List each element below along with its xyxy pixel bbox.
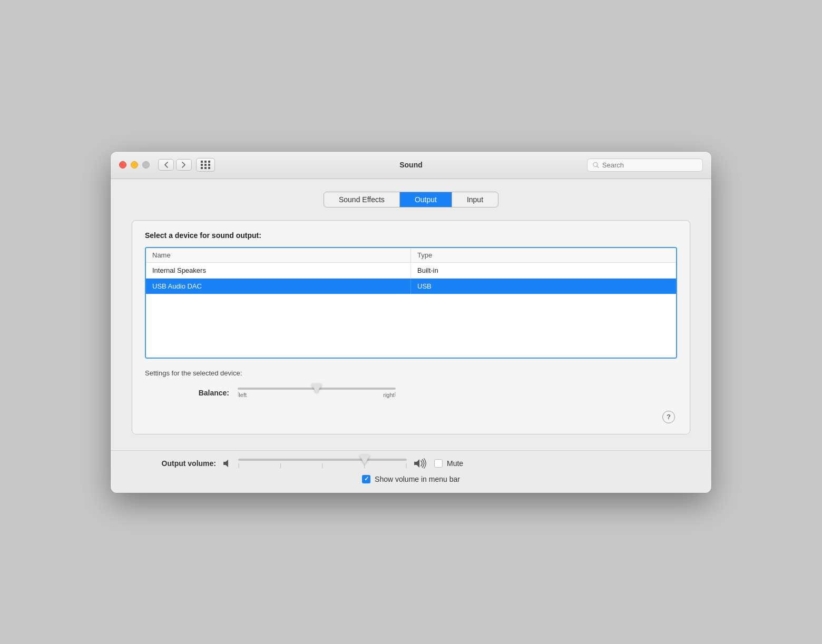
volume-row: Output volume: | | | | |: [132, 458, 690, 469]
titlebar: Sound: [111, 152, 711, 179]
table-row[interactable]: USB Audio DAC USB: [146, 279, 676, 294]
volume-tick-row: | | | | |: [238, 461, 407, 468]
balance-left-label: left: [239, 392, 247, 398]
volume-high-icon: [413, 458, 428, 469]
search-icon: [593, 162, 599, 169]
mute-label: Mute: [447, 459, 463, 468]
table-row[interactable]: Internal Speakers Built-in: [146, 263, 676, 279]
help-row: ?: [145, 411, 677, 423]
menubar-row: ✓ Show volume in menu bar: [132, 475, 690, 483]
volume-track[interactable]: [238, 459, 407, 461]
tabs: Sound Effects Output Input: [132, 192, 690, 207]
system-preferences-window: Sound Sound Effects Output Input Select …: [111, 152, 711, 493]
balance-thumb: [311, 384, 322, 393]
volume-low-icon: [222, 459, 232, 468]
minimize-button[interactable]: [131, 161, 138, 169]
table-empty-area: [146, 294, 676, 358]
balance-row: Balance: left right: [145, 388, 677, 398]
volume-tick: |: [406, 463, 407, 468]
device-name-usb-dac: USB Audio DAC: [146, 279, 411, 294]
traffic-lights: [119, 161, 150, 169]
table-header: Name Type: [146, 248, 676, 263]
output-panel: Select a device for sound output: Name T…: [132, 220, 690, 434]
settings-label: Settings for the selected device:: [145, 369, 677, 377]
tab-group: Sound Effects Output Input: [324, 192, 498, 207]
tab-input[interactable]: Input: [452, 192, 498, 207]
device-type-internal-speakers: Built-in: [411, 263, 676, 278]
help-button[interactable]: ?: [662, 411, 675, 423]
maximize-button[interactable]: [142, 161, 150, 169]
forward-button[interactable]: [176, 159, 192, 171]
svg-marker-1: [223, 460, 228, 467]
balance-slider[interactable]: left right: [238, 388, 396, 398]
column-header-name: Name: [146, 248, 411, 262]
balance-right-tick: [395, 392, 396, 398]
balance-right-label: right: [383, 392, 394, 398]
svg-marker-2: [414, 459, 419, 468]
balance-left-tick: [238, 392, 239, 398]
checkmark-icon: ✓: [364, 475, 369, 482]
close-button[interactable]: [119, 161, 126, 169]
grid-icon: [201, 161, 211, 169]
volume-label: Output volume:: [142, 459, 216, 468]
volume-slider-wrapper: | | | | |: [238, 459, 407, 468]
volume-thumb: [359, 455, 370, 464]
balance-track: [238, 388, 396, 390]
tab-output[interactable]: Output: [400, 192, 452, 207]
search-input[interactable]: [602, 161, 697, 169]
column-header-type: Type: [411, 248, 676, 262]
bottom-bar: Output volume: | | | | |: [111, 450, 711, 493]
device-type-usb-dac: USB: [411, 279, 676, 294]
show-menubar-checkbox[interactable]: ✓: [362, 475, 370, 483]
back-button[interactable]: [158, 159, 174, 171]
tab-sound-effects[interactable]: Sound Effects: [324, 192, 400, 207]
balance-label: Balance:: [187, 389, 229, 397]
search-box[interactable]: [587, 158, 703, 172]
window-title: Sound: [399, 161, 423, 169]
show-all-button[interactable]: [196, 158, 215, 172]
nav-buttons: [158, 159, 192, 171]
main-content: Sound Effects Output Input Select a devi…: [111, 179, 711, 450]
volume-tick: |: [322, 463, 323, 468]
device-name-internal-speakers: Internal Speakers: [146, 263, 411, 278]
device-table: Name Type Internal Speakers Built-in USB…: [145, 247, 677, 359]
volume-tick: |: [238, 463, 239, 468]
section-title: Select a device for sound output:: [145, 231, 677, 240]
mute-checkbox[interactable]: [434, 459, 443, 468]
volume-tick: |: [280, 463, 281, 468]
mute-section: Mute: [434, 459, 463, 468]
show-menubar-label: Show volume in menu bar: [375, 475, 460, 483]
